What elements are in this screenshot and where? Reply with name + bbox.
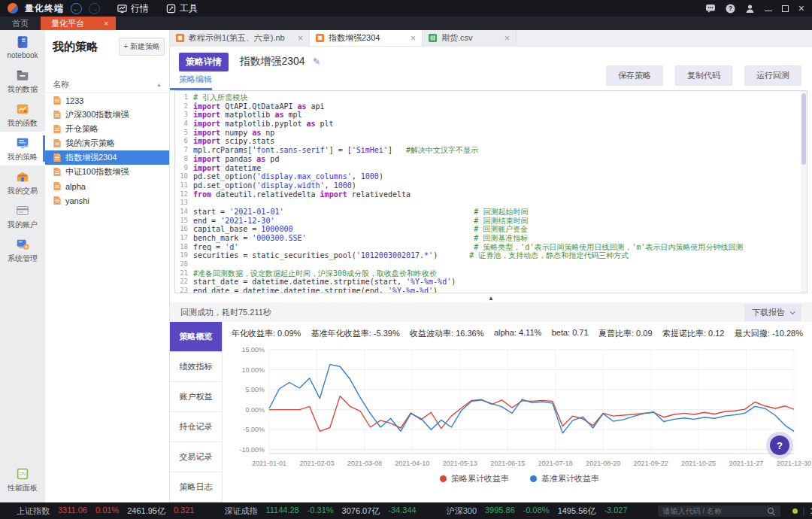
sidebar-item-我的数据[interactable]: 我的数据 (0, 64, 45, 98)
symbol-search-input[interactable] (663, 507, 762, 515)
sidebar-item-系统管理[interactable]: 系统管理 (0, 233, 45, 267)
result-tab-绩效指标[interactable]: 绩效指标 (170, 352, 222, 382)
user-icon[interactable] (745, 4, 755, 14)
index-quote-深证成指[interactable]: 深证成指11144.28-0.31%3076.07亿-34.344 (224, 505, 416, 517)
x-tick-label: 2021-06-15 (490, 460, 525, 467)
market-icon (117, 4, 127, 14)
nav-forward-button[interactable]: → (89, 3, 100, 14)
code-text: from dateutil.relativedelta import relat… (193, 190, 411, 199)
menu-tools-label: 工具 (180, 2, 198, 15)
editor-scrollbar[interactable] (801, 91, 807, 293)
line-number: 16 (175, 225, 193, 234)
result-tab-策略概览[interactable]: 策略概览 (170, 322, 222, 352)
data-folder-icon (14, 68, 31, 83)
strategy-list-item[interactable]: yanshi (45, 193, 169, 208)
edit-pencil-icon[interactable]: ✎ (313, 56, 320, 67)
titlebar: 量化终端 ← → 行情 工具 ? × (0, 0, 812, 17)
sidebar-item-性能面板[interactable]: CPU性能面板 (0, 463, 45, 496)
strategy-list-item[interactable]: 1233 (45, 93, 169, 108)
code-line: 14start = '2021-01-01' # 回测起始时间 (175, 208, 807, 217)
editor-tab-label: 期货.csv (441, 32, 500, 44)
strategy-list-item[interactable]: alpha (45, 179, 169, 193)
strategy-list-item[interactable]: 中证100指数增强 (45, 165, 169, 179)
strategy-list-item[interactable]: 开仓策略 (45, 122, 169, 136)
sidebar-item-notebook[interactable]: notebook (0, 30, 45, 64)
window-tab-home[interactable]: 首页 (0, 17, 41, 30)
run-backtest-button[interactable]: 运行回测 (744, 65, 801, 86)
quote-value: 11144.28 (265, 505, 298, 517)
code-text: start = '2021-01-01' # 回测起始时间 (193, 208, 528, 217)
close-window-button[interactable]: × (798, 4, 804, 13)
search-icon[interactable] (767, 507, 775, 515)
chart-legend: 策略累计收益率基准累计收益率 (230, 473, 809, 484)
line-number: 20 (175, 260, 193, 269)
quote-value: 1495.56亿 (558, 505, 596, 517)
result-tab-交易记录[interactable]: 交易记录 (170, 442, 222, 472)
copy-code-button[interactable]: 复制代码 (675, 65, 732, 86)
code-line: 3import matplotlib as mpl (175, 111, 807, 120)
close-tab-icon[interactable]: × (411, 33, 416, 44)
y-tick-label: 5.00% (245, 386, 265, 393)
x-tick-label: 2021-08-20 (586, 460, 620, 467)
new-strategy-button[interactable]: + 新建策略 (119, 38, 165, 56)
scrollbar-thumb[interactable] (801, 93, 806, 165)
close-platform-tab-icon[interactable]: × (104, 19, 108, 28)
save-strategy-button[interactable]: 保存策略 (606, 65, 663, 86)
line-number: 10 (175, 172, 193, 181)
editor-tab[interactable]: 指数增强2304× (310, 30, 423, 46)
window-tab-platform[interactable]: 量化平台 × (41, 17, 116, 30)
nav-back-button[interactable]: ← (71, 3, 82, 14)
sidebar-item-我的交易[interactable]: 我的交易 (0, 165, 45, 199)
editor-tab-label: 指数增强2304 (329, 32, 406, 44)
menu-market[interactable]: 行情 (117, 2, 149, 15)
sidebar-item-我的账户[interactable]: 我的账户 (0, 199, 45, 233)
legend-item[interactable]: 策略累计收益率 (440, 473, 509, 484)
index-quote-沪深300[interactable]: 沪深3003995.86-0.08%1495.56亿-3.027 (447, 505, 628, 517)
close-tab-icon[interactable]: × (298, 33, 303, 44)
app-body: notebook我的数据我的函数我的策略我的交易我的账户系统管理 CPU性能面板… (0, 30, 812, 502)
list-sort-header[interactable]: 名称 ▲ (45, 77, 169, 93)
code-line: 18freq = 'd' # 策略类型，'d'表示日间策略使用日线回测，'m'表… (175, 243, 807, 252)
strategy-name-label: 开仓策略 (65, 123, 98, 135)
strategy-list-item[interactable]: 我的演示策略 (45, 136, 169, 150)
code-editor[interactable]: 1# 引入所需模块2import QtAPI.QtDataAPI as api3… (174, 90, 807, 293)
code-text: import matplotlib.pyplot as plt (193, 120, 334, 129)
help-bubble-button[interactable]: ? (770, 436, 789, 455)
code-text: import matplotlib as mpl (193, 111, 302, 120)
strategy-file-icon (53, 153, 62, 162)
strategy-file-icon (53, 124, 62, 134)
download-report-button[interactable]: 下载报告 (744, 304, 801, 321)
quote-value: 沪深300 (447, 505, 477, 517)
minimize-button[interactable] (765, 6, 772, 11)
editor-tab[interactable]: 期货.csv× (423, 30, 517, 46)
result-tab-账户权益[interactable]: 账户权益 (170, 382, 222, 412)
quote-value: 深证成指 (224, 505, 257, 517)
x-tick-label: 2021-09-22 (634, 460, 668, 467)
line-number: 7 (175, 146, 193, 155)
close-tab-icon[interactable]: × (504, 33, 510, 44)
menu-tools[interactable]: 工具 (166, 2, 198, 15)
tab-strategy-edit[interactable]: 策略编辑 (179, 74, 212, 85)
help-icon[interactable]: ? (726, 4, 735, 14)
strategy-list-item[interactable]: 指数增强2304 (45, 150, 169, 165)
code-line: 23end_date = datetime.datetime.strptime(… (175, 287, 807, 293)
x-tick-label: 2021-11-27 (729, 460, 763, 467)
sidebar-bottom: CPU性能面板 (0, 463, 45, 496)
message-icon[interactable] (705, 4, 716, 13)
sidebar-item-我的函数[interactable]: 我的函数 (0, 98, 45, 132)
index-quote-上证指数[interactable]: 上证指数3311.060.01%2461.95亿0.321 (17, 505, 194, 517)
line-number: 3 (175, 111, 193, 120)
platform-tab-label: 量化平台 (51, 18, 84, 29)
legend-item[interactable]: 基准累计收益率 (530, 473, 599, 484)
line-number: 12 (175, 190, 193, 199)
collapse-handle[interactable]: ▲ (170, 293, 812, 302)
maximize-button[interactable] (782, 5, 789, 12)
quote-value: 3311.06 (58, 505, 87, 517)
result-tab-持仓记录[interactable]: 持仓记录 (170, 412, 222, 442)
metric: 夏普比率: 0.09 (598, 328, 653, 339)
sidebar-item-我的策略[interactable]: 我的策略 (0, 132, 45, 165)
result-tab-策略日志[interactable]: 策略日志 (170, 472, 222, 502)
strategy-panel: 我的策略 + 新建策略 名称 ▲ 1233沪深300指数增强开仓策略我的演示策略… (45, 30, 170, 502)
strategy-list-item[interactable]: 沪深300指数增强 (45, 108, 169, 122)
editor-tab[interactable]: 教程示例1(第五、六章).nb× (170, 30, 310, 46)
